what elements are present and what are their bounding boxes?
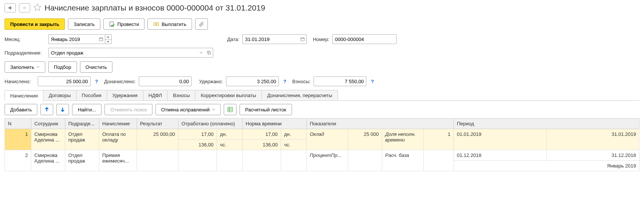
payslip-button[interactable]: Расчетный листок [240,104,292,115]
addaccr-input[interactable] [139,76,192,86]
calendar-icon [99,37,103,41]
chevron-down-icon [200,51,203,54]
forward-button[interactable] [19,3,30,12]
accruals-table[interactable]: N Сотрудник Подразде... Начисление Резул… [5,118,639,171]
table-row[interactable]: 1 Смирнова Аделина ... Отдел продаж Опла… [5,129,639,140]
col-res[interactable]: Результат [137,119,178,129]
month-input[interactable] [48,34,97,44]
withheld-hint-icon[interactable]: ? [283,79,286,84]
svg-rect-4 [301,38,304,41]
arrow-right-icon [22,5,28,11]
col-period[interactable]: Период [454,119,639,129]
spinner-down-icon[interactable]: ▼ [105,40,111,44]
arrow-up-icon [44,107,50,113]
col-norm[interactable]: Норма времени [243,119,307,129]
col-ind[interactable]: Показатели [307,119,454,129]
back-button[interactable] [5,3,16,12]
col-dept[interactable]: Подразде... [65,119,99,129]
accrued-label: Начислено: [5,79,35,84]
write-button[interactable]: Записать [68,18,100,30]
paperclip-icon [198,21,204,27]
arrow-down-icon [60,107,66,113]
tab-contributions[interactable]: Взносы [167,90,195,100]
date-calendar-button[interactable] [298,34,307,44]
calendar-icon [300,37,305,41]
fill-button[interactable]: Заполнить [5,61,45,73]
tab-recalc[interactable]: Доначисления, перерасчеты [261,90,338,100]
svg-rect-6 [208,52,211,54]
show-details-button[interactable] [224,104,237,115]
month-spinner[interactable]: ▲ ▼ [105,34,112,44]
accrued-hint-icon[interactable]: ? [95,79,98,84]
addaccr-label: Доначислено: [104,79,136,84]
tab-accruals[interactable]: Начисления [5,90,43,101]
open-icon [207,51,211,55]
clear-button[interactable]: Очистить [80,61,113,73]
tab-contracts[interactable]: Договоры [43,90,76,100]
pay-button[interactable]: Выплатить [148,18,192,30]
arrow-left-icon [7,5,13,11]
find-button[interactable]: Найти... [72,104,101,115]
table-icon [227,107,233,113]
col-n[interactable]: N [5,119,31,129]
svg-rect-3 [99,38,103,41]
col-accr[interactable]: Начисление [99,119,137,129]
move-down-button[interactable] [56,104,69,115]
cancel-find-button[interactable]: Отменить поиск [105,104,152,115]
post-button[interactable]: Провести [103,18,145,30]
tab-corrections[interactable]: Корректировки выплаты [195,90,262,100]
post-and-close-button[interactable]: Провести и закрыть [5,18,65,30]
month-calendar-button[interactable] [97,34,105,44]
table-row[interactable]: 2 Смирнова Аделина ... Отдел продаж Прем… [5,150,639,161]
tab-benefits[interactable]: Пособия [76,90,107,100]
dept-dropdown-button[interactable] [197,48,205,58]
move-up-button[interactable] [40,104,53,115]
add-row-button[interactable]: Добавить [5,104,37,115]
chevron-down-icon [37,65,40,68]
withheld-input[interactable] [226,76,279,86]
pick-button[interactable]: Подбор [48,61,77,73]
contrib-label: Взносы: [292,79,311,84]
col-emp[interactable]: Сотрудник [31,119,65,129]
dept-input[interactable] [48,48,197,58]
tab-deductions[interactable]: Удержания [107,90,143,100]
date-label: Дата: [227,37,239,42]
date-input[interactable] [242,34,299,44]
contrib-input[interactable] [314,76,366,86]
tab-ndfl[interactable]: НДФЛ [143,90,168,100]
number-input[interactable] [332,34,397,44]
svg-rect-7 [228,107,232,112]
dept-open-button[interactable] [205,48,213,58]
page-title: Начисление зарплаты и взносов 0000-00000… [45,3,265,12]
withheld-label: Удержано: [199,79,223,84]
cancel-corrections-button[interactable]: Отмена исправлений [155,104,221,115]
spinner-up-icon[interactable]: ▲ [105,35,111,40]
dept-label: Подразделение: [5,50,45,56]
pay-icon [153,21,159,27]
col-worked[interactable]: Отработано (оплачено) [178,119,243,129]
month-label: Месяц: [5,37,45,42]
favorite-star-icon[interactable] [33,3,41,12]
number-label: Номер: [313,37,329,42]
accrued-input[interactable] [38,76,91,86]
attach-button[interactable] [195,18,208,30]
post-icon [109,21,115,27]
contrib-hint-icon[interactable]: ? [371,79,374,84]
chevron-down-icon [212,108,215,111]
svg-point-2 [155,23,157,25]
